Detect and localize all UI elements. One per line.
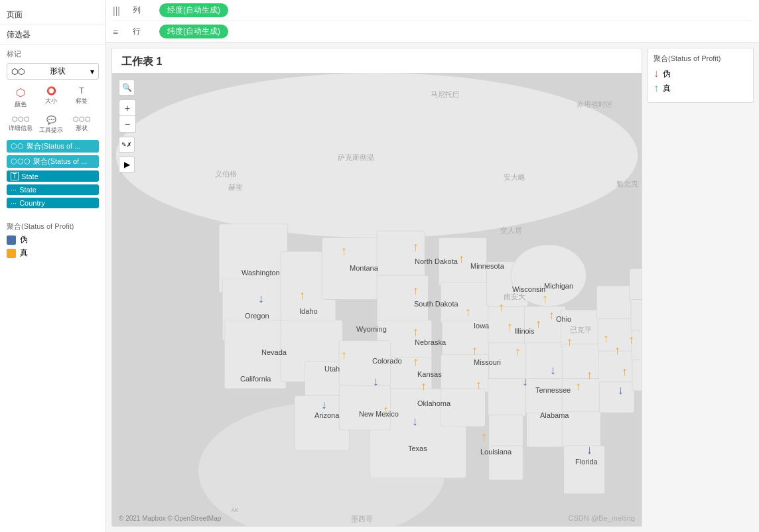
toolbar-row-row: ≡ 行 纬度(自动生成) — [113, 21, 752, 42]
col-pill[interactable]: 经度(自动生成) — [159, 3, 228, 17]
row-icon: ≡ — [113, 27, 126, 37]
col-label: 列 — [133, 5, 153, 16]
marks-type-dropdown[interactable]: ⬡⬡ 形状 ▾ — [7, 63, 99, 80]
size-label: 大小 — [45, 97, 57, 105]
color-label: 颜色 — [15, 100, 27, 109]
marks-icons-row: ⬡ 颜色 ⭕ 大小 T 标签 — [7, 85, 99, 110]
color-icon: ⬡ — [16, 86, 25, 99]
marks-shape-icon: ⬡⬡ — [11, 67, 25, 76]
pill-state-2[interactable]: ··· State — [7, 184, 99, 195]
sidebar-page-section: 页面 — [0, 5, 105, 25]
marks-size-btn[interactable]: ⭕ 大小 — [37, 85, 65, 110]
svg-rect-23 — [489, 343, 527, 381]
map-zoom-group: + − — [119, 100, 136, 133]
svg-rect-25 — [489, 415, 523, 449]
sidebar-filter-section: 筛选器 — [0, 25, 105, 45]
svg-rect-20 — [441, 389, 485, 427]
svg-rect-32 — [561, 310, 602, 348]
svg-rect-30 — [526, 379, 565, 415]
svg-rect-17 — [441, 283, 488, 324]
sidebar: 页面 筛选器 标记 ⬡⬡ 形状 ▾ ⬡ 颜色 ⭕ 大小 T 标签 — [0, 0, 106, 532]
svg-rect-38 — [598, 318, 634, 352]
svg-rect-18 — [442, 320, 490, 358]
legend-true-box — [7, 249, 16, 258]
marks-shape-label: 形状 — [50, 66, 66, 77]
marks-detail-btn[interactable]: ⬡⬡⬡ 详细信息 — [7, 114, 34, 136]
map-zoom-out-btn[interactable]: − — [119, 116, 135, 132]
marks-shape2-btn[interactable]: ⬡⬡⬡ 形状 — [68, 114, 96, 136]
pill-dot-icon: ⬡⬡ — [11, 142, 24, 151]
svg-rect-12 — [377, 275, 429, 323]
worksheet: 工作表 1 — [111, 48, 642, 527]
legend-true-label: 真 — [20, 247, 28, 259]
legend-false-item: 伪 — [7, 234, 99, 245]
svg-rect-7 — [322, 237, 383, 299]
pill-status-color[interactable]: ⬡⬡ 聚合(Status of ... — [7, 140, 99, 153]
main-content: ||| 列 经度(自动生成) ≡ 行 纬度(自动生成) 工作表 1 — [106, 0, 759, 532]
svg-rect-34 — [562, 379, 601, 413]
svg-rect-16 — [439, 237, 486, 285]
marks-color-btn[interactable]: ⬡ 颜色 — [7, 85, 34, 110]
svg-rect-42 — [631, 300, 642, 332]
svg-point-1 — [116, 73, 638, 237]
detail-label: 详细信息 — [9, 124, 33, 133]
worksheet-title: 工作表 1 — [112, 48, 642, 73]
row-pill[interactable]: 纬度(自动生成) — [159, 25, 228, 38]
tooltip-icon: 💬 — [46, 115, 56, 125]
detail-icon: ⬡⬡⬡ — [12, 115, 30, 123]
legend-panel-false-label: 伪 — [663, 68, 671, 80]
tooltip-label: 工具提示 — [39, 126, 63, 135]
legend-true-item: 真 — [7, 247, 99, 259]
svg-rect-46 — [339, 341, 391, 385]
size-icon: ⭕ — [46, 86, 56, 96]
map-pan-btn[interactable]: ▶ — [119, 157, 135, 172]
map-copyright: © 2021 Mapbox © OpenStreetMap — [119, 515, 221, 522]
marks-section: 标记 ⬡⬡ 形状 ▾ ⬡ 颜色 ⭕ 大小 T 标签 ⬡⬡⬡ 详细信息 — [0, 45, 105, 215]
worksheet-container: 工作表 1 — [106, 42, 759, 532]
pill-country[interactable]: ··· Country — [7, 198, 99, 208]
svg-rect-44 — [632, 360, 642, 391]
svg-rect-5 — [224, 320, 286, 389]
map-watermark: CSDN @Be_melting — [569, 514, 635, 522]
svg-rect-26 — [489, 446, 523, 480]
legend-panel-false-item: ↓ 伪 — [654, 68, 748, 80]
pill-status-shape[interactable]: ⬡⬡⬡ 聚合(Status of ... — [7, 155, 99, 168]
map-container[interactable]: AK 🔍 + − ✎✗ ▶ 马尼托巴 赤塔省时区 义伯格 萨克斯彻温 赫 — [112, 73, 642, 526]
legend-false-label: 伪 — [20, 234, 28, 245]
svg-rect-37 — [596, 286, 634, 320]
sidebar-legend-title: 聚合(Status of Profit) — [7, 222, 99, 232]
marks-tooltip-btn[interactable]: 💬 工具提示 — [37, 114, 65, 136]
marks-icons-row-2: ⬡⬡⬡ 详细信息 💬 工具提示 ⬡⬡⬡ 形状 — [7, 114, 99, 136]
svg-point-27 — [511, 245, 586, 306]
pill-state-1[interactable]: T State — [7, 170, 99, 182]
label-label: 标签 — [76, 97, 88, 105]
svg-rect-19 — [441, 354, 488, 392]
svg-rect-43 — [632, 330, 642, 362]
map-zoom-in-btn[interactable]: + — [119, 100, 135, 116]
marks-title: 标记 — [7, 49, 99, 59]
svg-rect-31 — [527, 413, 565, 447]
svg-text:AK: AK — [232, 507, 240, 513]
legend-down-arrow-icon: ↓ — [654, 68, 659, 80]
pill-t-icon: T — [11, 172, 19, 180]
pill-dots-icon: ··· — [11, 186, 17, 194]
filter-label: 筛选器 — [7, 28, 31, 41]
shape2-icon: ⬡⬡⬡ — [73, 115, 91, 123]
legend-false-box — [7, 235, 16, 245]
map-lasso-btn[interactable]: ✎✗ — [119, 137, 135, 153]
map-search-btn[interactable]: 🔍 — [119, 80, 135, 96]
svg-rect-35 — [562, 411, 600, 447]
legend-up-arrow-icon: ↑ — [654, 82, 659, 94]
svg-rect-29 — [526, 343, 566, 381]
sidebar-legend-section: 聚合(Status of Profit) 伪 真 — [0, 218, 105, 265]
col-icon: ||| — [113, 5, 126, 16]
legend-panel-title: 聚合(Status of Profit) — [654, 54, 748, 64]
toolbar: ||| 列 经度(自动生成) ≡ 行 纬度(自动生成) — [106, 0, 759, 42]
svg-rect-47 — [339, 385, 391, 430]
svg-rect-22 — [488, 306, 528, 344]
pill-shape-icon: ⬡⬡⬡ — [11, 157, 31, 166]
svg-rect-39 — [598, 351, 634, 383]
svg-rect-33 — [562, 344, 602, 380]
pill-country-icon: ··· — [11, 199, 17, 207]
marks-label-btn[interactable]: T 标签 — [68, 85, 96, 110]
